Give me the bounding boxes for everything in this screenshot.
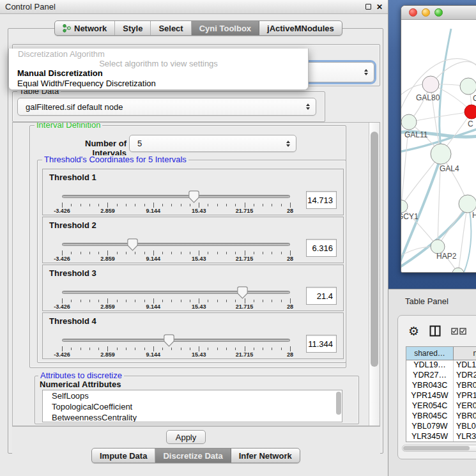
tab-label: Cyni Toolbox [199,24,251,33]
attribute-list-item[interactable]: BetweennessCentrality [43,412,342,422]
top-right-node[interactable] [460,78,476,95]
popup-item-equal-width[interactable]: Equal Width/Frequency Discretization [9,79,308,89]
thresholds-group-label: Threshold's Coordinates for 5 Intervals [42,155,188,164]
attributes-group-label: Attributes to discretize [38,371,124,380]
table-cell: YDR27… [406,371,454,381]
horizontal-scrollbar-thumb[interactable] [403,446,470,450]
node-table-panel: ⚙ shared…nameYDL19…YDL1YDR27…YDR2YBR043C… [397,315,476,459]
network-canvas[interactable]: GAL80GACGAL11GAL4GCY1HHAP2 [401,20,476,272]
gcy1-node[interactable] [401,200,408,213]
numerical-attributes-label: Numerical Attributes [40,380,121,389]
network-view-window[interactable]: GAL80GACGAL11GAL4GCY1HHAP2 [401,5,476,273]
tab-discretize-data[interactable]: Discretize Data [155,449,231,463]
node-table[interactable]: shared…nameYDL19…YDL1YDR27…YDR2YBR043CYB… [406,346,476,442]
combo-stepper-icon [286,141,290,147]
page-title: Control Panel [5,2,56,12]
algorithm-group-label: Discretization Algorithm [9,49,308,59]
table-cell: YER054C [406,401,454,411]
table-row[interactable]: YBL079WYBL0 [406,422,476,432]
close-icon[interactable]: ✕ [376,3,383,11]
close-traffic-light-icon[interactable] [409,8,417,17]
gear-icon[interactable]: ⚙ [408,325,419,337]
table-row[interactable]: YER054CYER0 [406,401,476,411]
table-row[interactable]: YDL19…YDL1 [406,360,476,371]
tab-cyni-toolbox[interactable]: Cyni Toolbox [192,21,259,35]
node-label: H [472,211,476,220]
horizontal-scrollbar[interactable] [402,445,476,452]
table-cell: YBL0 [454,422,476,432]
node-label: GCY1 [401,212,418,221]
tab-select[interactable]: Select [151,21,191,35]
node-label: GAL80 [416,93,440,102]
column-header-2[interactable]: name [454,347,476,360]
gal11-node[interactable] [401,114,417,130]
num-intervals-combo[interactable]: 5 [129,135,296,152]
popup-item-manual-discretization[interactable]: Manual Discretization [9,68,308,79]
slider-tick-labels: -3.4262.8599.14415.4321.71528 [62,351,290,358]
apply-button[interactable]: Apply [166,430,206,444]
red-node[interactable] [464,105,476,119]
tab-jactivemnodules[interactable]: jActiveMNodules [259,21,342,35]
combo-stepper-icon [306,104,310,110]
zoom-traffic-light-icon[interactable] [434,8,443,17]
table-cell: YER0 [454,401,476,411]
table-row[interactable]: YBR045CYBR0 [406,411,476,422]
column-layout-icon[interactable] [429,325,441,337]
table-cell: YPR1 [454,391,476,401]
threshold-value-field[interactable] [306,287,337,305]
threshold-value-field[interactable] [306,191,337,209]
tab-network[interactable]: Network [55,21,115,35]
checkbox-icons[interactable] [451,328,466,335]
numerical-attributes-list[interactable]: SelfLoopsTopologicalCoefficientBetweenne… [42,390,342,422]
tab-label: Infer Network [239,451,292,461]
column-header-1[interactable]: shared… [406,347,454,360]
table-row[interactable]: YPR145WYPR1 [406,391,476,401]
table-row[interactable]: YDR27…YDR2 [406,371,476,381]
network-edge[interactable] [463,206,471,272]
attribute-list-item[interactable]: TopologicalCoefficient [43,401,342,412]
bottom-node[interactable] [452,268,464,272]
tab-label: jActiveMNodules [267,24,334,33]
threshold-label: Threshold 1 [49,173,96,182]
threshold-slider-track[interactable] [62,339,290,342]
slider-handle-icon[interactable] [164,334,174,347]
node-label: GA [473,94,476,103]
settings-scroll-area: Interval Definition Number of Intervals … [12,122,380,426]
threshold-slider-track[interactable] [62,291,290,294]
slider-tick-labels: -3.4262.8599.14415.4321.71528 [62,256,290,263]
threshold-row: Threshold 3 -3.4262.8599.14415.4321.7152… [42,265,344,311]
popup-prompt: Select algorithm to view settings [9,59,308,68]
slider-handle-icon[interactable] [237,286,248,299]
vertical-scrollbar[interactable] [369,123,380,426]
threshold-slider-track[interactable] [62,195,290,198]
minimize-traffic-light-icon[interactable] [422,8,430,17]
tab-infer-network[interactable]: Infer Network [231,449,300,463]
h-node[interactable] [459,195,476,213]
network-window-titlebar [401,6,476,20]
table-cell: YBR045C [406,411,454,422]
table-data-combo[interactable]: galFiltered.sif default node [17,98,316,116]
float-window-icon[interactable] [365,4,371,10]
attribute-list-item[interactable]: SelfLoops [43,390,342,401]
gal4-node[interactable] [431,144,451,164]
tab-impute-data[interactable]: Impute Data [92,449,155,463]
threshold-value-field[interactable] [306,239,337,257]
interval-definition-label: Interval Definition [35,123,102,130]
node-label: GAL4 [440,164,459,173]
threshold-slider-track[interactable] [62,243,290,246]
threshold-value-field[interactable] [306,335,337,353]
num-intervals-value: 5 [137,139,142,148]
table-row[interactable]: YLR345WYLR3 [406,432,476,442]
table-cell: YBR043C [406,381,454,391]
threshold-row: Threshold 4 -3.4262.8599.14415.4321.7152… [42,312,344,359]
threshold-label: Threshold 4 [49,316,96,326]
slider-handle-icon[interactable] [127,238,138,251]
gal80-node[interactable] [422,76,439,93]
tab-label: Network [74,24,107,33]
tab-style[interactable]: Style [115,21,151,35]
vertical-scrollbar-thumb[interactable] [371,132,378,367]
slider-handle-icon[interactable] [188,190,199,203]
list-scrollbar-thumb[interactable] [336,392,341,415]
control-panel-window: Control Panel ✕ NetworkStyleSelectCyni T… [0,0,388,476]
table-row[interactable]: YBR043CYBR0 [406,381,476,391]
